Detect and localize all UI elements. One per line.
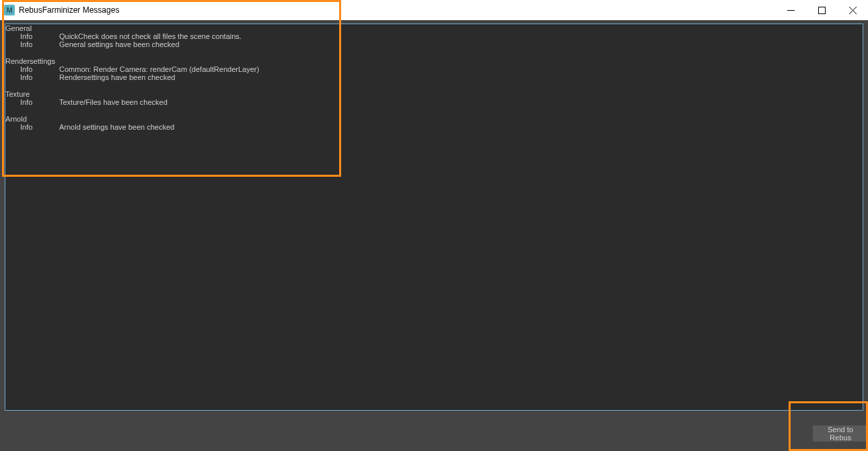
log-section-texture: Texture Info Texture/Files have been che… [5, 90, 863, 106]
log-message: Rendersettings have been checked [59, 73, 175, 81]
log-level: Info [5, 32, 59, 40]
minimize-button[interactable] [775, 0, 806, 20]
log-message: Common: Render Camera: renderCam (defaul… [59, 65, 259, 73]
section-header: Arnold [5, 115, 863, 123]
send-to-rebus-button[interactable]: Send to Rebus [813, 425, 868, 442]
log-level: Info [5, 40, 59, 48]
close-button[interactable] [837, 0, 868, 20]
log-row: Info QuickCheck does not check all files… [5, 32, 863, 40]
log-row: Info Rendersettings have been checked [5, 73, 863, 81]
window-controls [775, 0, 868, 20]
log-message: Arnold settings have been checked [59, 123, 174, 131]
titlebar-left: M RebusFarminizer Messages [4, 5, 119, 15]
footer: Send to Rebus [0, 411, 868, 451]
log-row: Info Texture/Files have been checked [5, 98, 863, 106]
log-message: Texture/Files have been checked [59, 98, 168, 106]
window-title: RebusFarminizer Messages [19, 5, 119, 15]
section-header: Texture [5, 90, 863, 98]
section-header: General [5, 24, 863, 32]
log-level: Info [5, 98, 59, 106]
log-area[interactable]: General Info QuickCheck does not check a… [5, 24, 863, 411]
log-level: Info [5, 65, 59, 73]
log-section-arnold: Arnold Info Arnold settings have been ch… [5, 115, 863, 131]
log-message: General settings have been checked [59, 40, 180, 48]
content-container: General Info QuickCheck does not check a… [0, 20, 868, 451]
log-row: Info Common: Render Camera: renderCam (d… [5, 65, 863, 73]
log-row: Info General settings have been checked [5, 40, 863, 48]
svg-rect-1 [818, 7, 825, 13]
log-section-rendersettings: Rendersettings Info Common: Render Camer… [5, 57, 863, 81]
log-section-general: General Info QuickCheck does not check a… [5, 24, 863, 48]
maximize-button[interactable] [806, 0, 837, 20]
log-row: Info Arnold settings have been checked [5, 123, 863, 131]
log-content: General Info QuickCheck does not check a… [5, 24, 863, 131]
app-icon: M [4, 5, 15, 15]
log-level: Info [5, 123, 59, 131]
titlebar[interactable]: M RebusFarminizer Messages [0, 0, 868, 20]
log-level: Info [5, 73, 59, 81]
log-message: QuickCheck does not check all files the … [59, 32, 242, 40]
section-header: Rendersettings [5, 57, 863, 65]
